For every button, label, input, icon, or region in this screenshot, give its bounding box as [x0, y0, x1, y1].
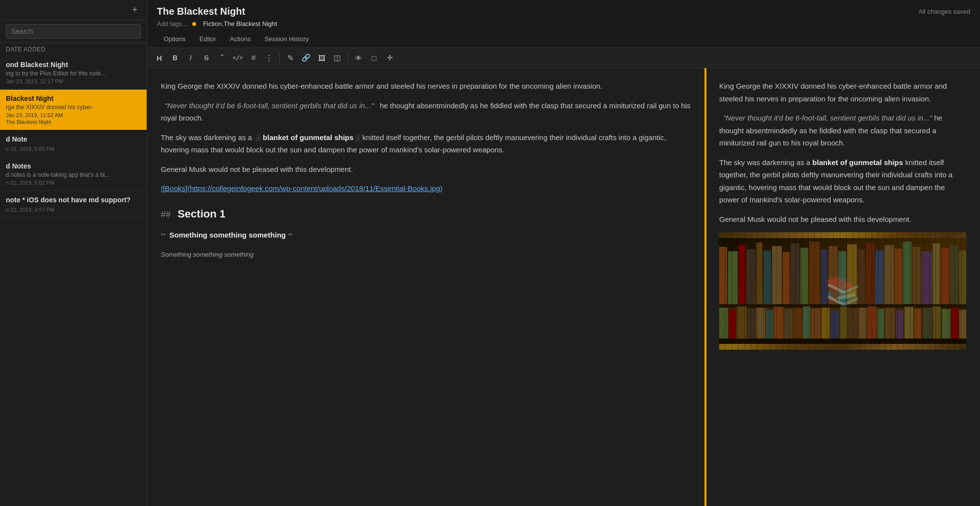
- sidebar-top-bar: +: [0, 0, 147, 20]
- ordered-list-btn[interactable]: ⋮: [262, 51, 276, 65]
- tags-row: Add tags... Fiction.The Blackest Night: [157, 20, 970, 27]
- list-item[interactable]: d Note n 22, 2019, 5:05 PM: [0, 130, 147, 157]
- preview-paragraph: King George the XIXXIV donned his cyber-…: [719, 80, 966, 105]
- editor-paragraph: "Never thought it'd be 6-foot-tall, sent…: [161, 99, 691, 124]
- svg-rect-36: [784, 309, 792, 338]
- item-date: n 22, 2019, 4:57 PM: [6, 207, 141, 213]
- bold-btn[interactable]: B: [168, 51, 182, 65]
- preview-italic-quote: "Never thought it'd be 6-foot-tall, sent…: [723, 114, 932, 122]
- list-item[interactable]: ond Blackest Night ing to try the Plus E…: [0, 56, 147, 90]
- svg-rect-50: [914, 309, 921, 338]
- item-title: d Notes: [6, 162, 141, 170]
- editor-pane[interactable]: King George the XIXXIV donned his cyber-…: [147, 68, 705, 506]
- svg-rect-45: [867, 307, 876, 339]
- preview-pane: King George the XIXXIV donned his cyber-…: [705, 68, 980, 506]
- add-tags-button[interactable]: Add tags...: [157, 20, 187, 27]
- preview-paragraph: The sky was darkening as a blanket of gu…: [719, 156, 966, 206]
- nav-session-history[interactable]: Session History: [257, 31, 315, 48]
- svg-rect-35: [774, 307, 784, 338]
- title-row: The Blackest Night All changes saved: [157, 6, 970, 17]
- sidebar: + Date Added ond Blackest Night ing to t…: [0, 0, 147, 506]
- item-tag: The Blackest Night: [6, 119, 141, 125]
- heading-btn[interactable]: H: [152, 51, 167, 65]
- svg-rect-8: [783, 252, 790, 304]
- item-preview: rge the XIXXIV donned his cyber-: [6, 104, 141, 111]
- doc-title: The Blackest Night: [157, 6, 245, 17]
- svg-rect-14: [838, 251, 846, 304]
- svg-rect-23: [921, 251, 932, 304]
- preview-bold-phrase: blanket of gunmetal ships: [812, 158, 903, 167]
- nav-editor[interactable]: Editor: [193, 31, 223, 48]
- svg-rect-10: [801, 248, 808, 304]
- quote-btn[interactable]: ": [215, 51, 229, 65]
- svg-rect-31: [737, 307, 747, 339]
- fullscreen-btn[interactable]: ✛: [382, 51, 397, 65]
- subheading-marker-end: **: [288, 232, 292, 239]
- subheading-italic: Something something something: [161, 248, 691, 261]
- sort-label: Date Added: [0, 43, 147, 56]
- svg-rect-44: [858, 308, 866, 338]
- save-status: All changes saved: [918, 8, 970, 15]
- strikethrough-btn[interactable]: S: [199, 51, 214, 65]
- image-btn[interactable]: 🖼: [314, 51, 329, 65]
- editor-paragraph: The sky was darkening as a · blanket of …: [161, 131, 691, 156]
- svg-rect-11: [809, 241, 820, 304]
- svg-rect-16: [858, 249, 865, 304]
- code-btn[interactable]: </>: [230, 51, 245, 65]
- item-title: d Note: [6, 135, 141, 143]
- subheading-italic-text: Something something something: [161, 251, 253, 258]
- item-date: Jan 23, 2019, 11:52 AM: [6, 112, 141, 118]
- svg-rect-33: [756, 308, 765, 338]
- item-title: ond Blackest Night: [6, 61, 141, 69]
- svg-rect-32: [748, 309, 755, 338]
- section-hash: ##: [161, 210, 171, 219]
- svg-rect-46: [877, 309, 884, 338]
- svg-rect-39: [811, 309, 821, 338]
- main-panel: The Blackest Night All changes saved Add…: [147, 0, 980, 506]
- toolbar-separator: [348, 53, 348, 63]
- resize-handle[interactable]: [704, 68, 706, 506]
- image-link[interactable]: ![Books](https://collegeinfogeek.com/wp-…: [161, 184, 443, 193]
- table-btn[interactable]: ◫: [330, 51, 345, 65]
- svg-rect-43: [848, 309, 858, 338]
- subheading-line: ** Something something something **: [161, 229, 691, 241]
- svg-rect-24: [933, 243, 940, 304]
- add-note-button[interactable]: +: [129, 4, 141, 16]
- link-btn[interactable]: 🔗: [299, 51, 313, 65]
- search-input[interactable]: [6, 24, 141, 39]
- books-image: [719, 232, 966, 350]
- svg-rect-55: [959, 310, 966, 339]
- tag-color-dot: [192, 22, 196, 26]
- preview-paragraph: "Never thought it'd be 6-foot-tall, sent…: [719, 112, 966, 149]
- unordered-list-btn[interactable]: ≡: [246, 51, 261, 65]
- svg-rect-47: [885, 308, 895, 338]
- nav-options[interactable]: Options: [157, 31, 193, 48]
- svg-rect-3: [739, 245, 746, 305]
- editor-image-link: ![Books](https://collegeinfogeek.com/wp-…: [161, 182, 691, 195]
- notes-list: ond Blackest Night ing to try the Plus E…: [0, 56, 147, 506]
- item-date: n 22, 2019, 5:02 PM: [6, 180, 141, 186]
- svg-rect-26: [951, 245, 958, 304]
- list-item[interactable]: Blackest Night rge the XIXXIV donned his…: [0, 90, 147, 130]
- svg-rect-34: [766, 310, 773, 339]
- svg-rect-9: [791, 243, 800, 304]
- highlight-btn[interactable]: ✎: [283, 51, 298, 65]
- list-item[interactable]: d Notes d notes is a note-taking app tha…: [0, 157, 147, 191]
- preview-btn[interactable]: 👁: [351, 51, 366, 65]
- doc-header: The Blackest Night All changes saved Add…: [147, 0, 980, 48]
- editor-paragraph: King George the XIXXIV donned his cyber-…: [161, 80, 691, 93]
- editor-area: King George the XIXXIV donned his cyber-…: [147, 68, 980, 506]
- list-item[interactable]: note * iOS does not have md support? n 2…: [0, 191, 147, 218]
- svg-rect-21: [903, 241, 911, 304]
- nav-actions[interactable]: Actions: [223, 31, 258, 48]
- svg-rect-20: [895, 249, 902, 304]
- item-preview: d notes is a note-taking app that's a bi…: [6, 171, 141, 178]
- svg-rect-41: [830, 310, 839, 339]
- svg-rect-22: [912, 247, 920, 304]
- search-container: [0, 20, 147, 43]
- italic-btn[interactable]: I: [183, 51, 198, 65]
- svg-rect-28: [719, 304, 966, 308]
- split-view-btn[interactable]: □: [367, 51, 381, 65]
- doc-navigation: Options Editor Actions Session History: [157, 31, 970, 48]
- subheading-marker: **: [161, 232, 165, 239]
